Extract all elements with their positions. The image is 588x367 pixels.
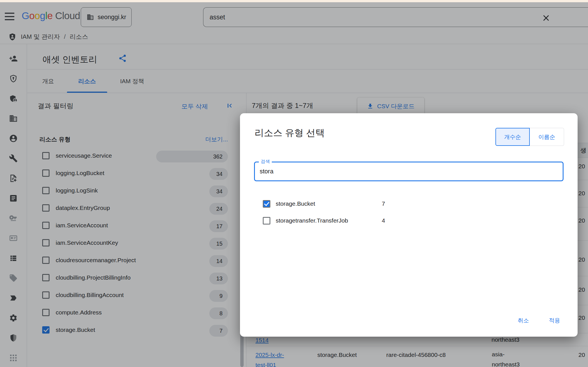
sort-toggle: 개수순 이름순 bbox=[495, 128, 564, 146]
dialog-option-row[interactable]: storagetransfer.TransferJob 4 bbox=[263, 212, 460, 229]
sort-by-count-button[interactable]: 개수순 bbox=[495, 128, 530, 146]
dialog-option-list: storage.Bucket 7 storagetransfer.Transfe… bbox=[263, 195, 460, 229]
option-label: storagetransfer.TransferJob bbox=[276, 217, 382, 224]
dialog-search-field[interactable]: 검색 bbox=[254, 162, 564, 181]
option-label: storage.Bucket bbox=[276, 200, 382, 207]
dialog-title: 리소스 유형 선택 bbox=[255, 127, 325, 139]
option-count: 7 bbox=[382, 200, 385, 207]
checkbox[interactable] bbox=[263, 217, 270, 225]
gcp-asset-inventory-page: G o o g l e Cloud seonggi.kr IAM 및 관리자 /… bbox=[0, 0, 588, 367]
dialog-search-input[interactable] bbox=[260, 162, 555, 180]
checkbox[interactable] bbox=[263, 200, 270, 208]
cancel-button[interactable]: 취소 bbox=[518, 315, 529, 326]
window-accent-strip bbox=[0, 0, 588, 2]
apply-button[interactable]: 적용 bbox=[549, 315, 560, 326]
dialog-option-row[interactable]: storage.Bucket 7 bbox=[263, 195, 460, 212]
option-count: 4 bbox=[382, 217, 385, 224]
resource-type-dialog: 리소스 유형 선택 개수순 이름순 검색 storage.Bucket 7 st… bbox=[240, 113, 578, 337]
sort-by-name-button[interactable]: 이름순 bbox=[530, 128, 564, 146]
